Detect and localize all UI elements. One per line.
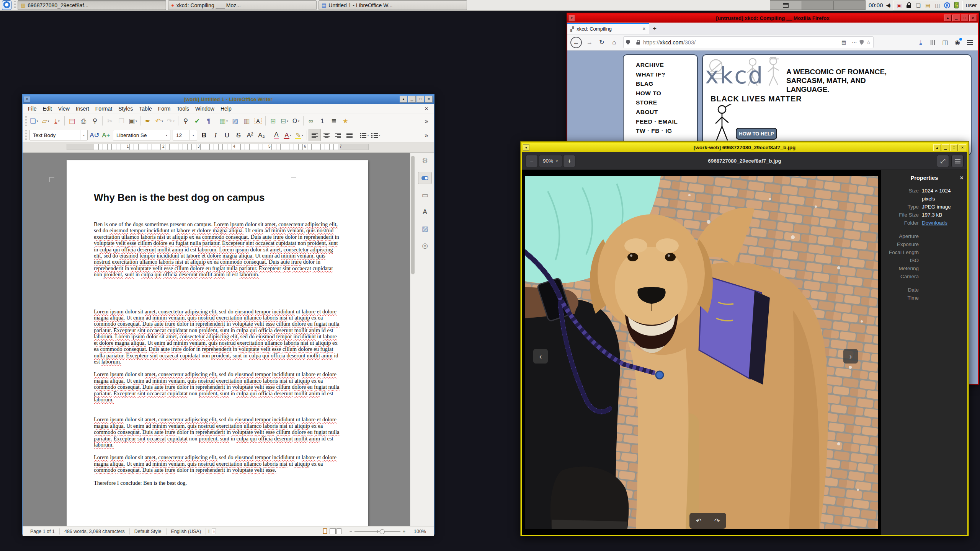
maximize-button[interactable]: □ xyxy=(961,15,969,21)
save-status-icon[interactable]: ⤓ xyxy=(212,528,216,534)
formatting-marks-button[interactable]: ¶ xyxy=(203,115,214,127)
zoom-out-icon[interactable]: − xyxy=(349,529,352,534)
forward-button[interactable]: → xyxy=(584,37,595,48)
tray-lock-icon[interactable] xyxy=(905,2,912,9)
reload-button[interactable]: ↻ xyxy=(596,37,607,48)
clear-formatting-button[interactable]: A xyxy=(271,129,282,141)
menu-item[interactable]: File xyxy=(25,104,40,113)
clone-formatting-button[interactable]: ✒ xyxy=(142,115,154,127)
xkcd-nav-link[interactable]: HOW TO xyxy=(636,89,697,98)
zoom-level[interactable]: 100% xyxy=(409,529,431,534)
strikethrough-button[interactable]: S xyxy=(233,129,244,141)
tracking-shield-icon[interactable] xyxy=(626,40,630,45)
protections-icon[interactable] xyxy=(859,40,864,45)
insert-footnote-button[interactable]: 1 xyxy=(317,115,328,127)
menu-item[interactable]: View xyxy=(55,104,73,113)
bold-button[interactable]: B xyxy=(198,129,210,141)
document-page[interactable]: Why Ben is the best dog on campus Ben is… xyxy=(67,160,368,526)
xkcd-nav-link[interactable]: STORE xyxy=(636,98,697,108)
xkcd-nav-link[interactable]: TW · FB · IG xyxy=(636,126,697,136)
menu-item[interactable]: Window xyxy=(192,104,217,113)
save-button[interactable]: ⤓ ▾ xyxy=(51,115,63,127)
word-count[interactable]: 486 words, 3,098 characters xyxy=(60,529,129,534)
shade-button[interactable]: ▲ xyxy=(933,144,941,151)
sidebar-gallery-icon[interactable]: ▨ xyxy=(418,223,431,235)
combo-dropdown-icon[interactable]: ▾ xyxy=(80,130,87,140)
export-pdf-button[interactable]: ▤ xyxy=(66,115,78,127)
previous-image-button[interactable]: ‹ xyxy=(533,349,548,364)
xkcd-logo[interactable]: xkcd xyxy=(705,62,764,89)
toolbar-overflow-button[interactable]: » xyxy=(421,115,432,127)
menu-item[interactable]: Styles xyxy=(115,104,136,113)
text-language[interactable]: English (USA) xyxy=(167,529,206,534)
photo-area[interactable]: ‹ › ↶ ↷ xyxy=(522,170,881,535)
undo-button[interactable]: ↶ ▾ xyxy=(154,115,165,127)
align-justify-button[interactable] xyxy=(344,129,355,141)
page-actions-icon[interactable]: ⋯ xyxy=(852,39,857,45)
multi-page-view-button[interactable] xyxy=(330,528,334,534)
menu-item[interactable]: Form xyxy=(155,104,174,113)
reader-view-icon[interactable]: ▤ xyxy=(841,39,846,45)
toolbar-overflow-button[interactable]: » xyxy=(421,129,432,141)
paragraph-style-combo[interactable]: Text Body ▾ xyxy=(29,130,88,140)
cut-button[interactable]: ✂ xyxy=(104,115,116,127)
shade-button[interactable]: ▲ xyxy=(400,96,407,103)
how-to-help-button[interactable]: HOW TO HELP xyxy=(736,128,777,140)
maximize-button[interactable]: □ xyxy=(950,144,958,151)
sidebar-properties-icon[interactable] xyxy=(418,172,432,184)
align-left-button[interactable] xyxy=(309,129,321,141)
find-replace-button[interactable]: ⚲ xyxy=(180,115,191,127)
rotate-right-button[interactable]: ↷ xyxy=(714,517,720,525)
workspace-3[interactable] xyxy=(834,1,865,10)
url-text[interactable]: https://xkcd.com/303/ xyxy=(643,39,839,46)
xkcd-nav-link[interactable]: FEED · EMAIL xyxy=(636,117,697,127)
close-document-button[interactable]: ✕ xyxy=(421,106,431,111)
https-lock-icon[interactable] xyxy=(636,40,640,45)
vertical-scrollbar[interactable] xyxy=(410,153,416,526)
home-button[interactable]: ⌂ xyxy=(609,37,619,48)
menu-item[interactable]: Help xyxy=(217,104,235,113)
rotate-left-button[interactable]: ↶ xyxy=(696,517,701,525)
xkcd-nav-link[interactable]: ARCHIVE xyxy=(636,60,697,70)
combo-dropdown-icon[interactable]: ▾ xyxy=(189,130,197,140)
italic-button[interactable]: I xyxy=(210,129,221,141)
insert-endnote-button[interactable]: ≣ xyxy=(328,115,340,127)
tab-close-icon[interactable]: ✕ xyxy=(642,26,646,31)
combo-dropdown-icon[interactable]: ▾ xyxy=(163,130,170,140)
scrollbar-thumb[interactable] xyxy=(411,156,415,274)
align-center-button[interactable] xyxy=(321,129,332,141)
horizontal-ruler[interactable]: 1234567 xyxy=(23,142,434,153)
align-right-button[interactable] xyxy=(332,129,344,141)
downloads-icon[interactable]: ⤓ xyxy=(915,37,926,48)
xkcd-nav-link[interactable]: BLAG xyxy=(636,79,697,89)
close-button[interactable]: ✕ xyxy=(959,144,966,151)
copy-button[interactable]: ❐ xyxy=(116,115,127,127)
menu-item[interactable]: Insert xyxy=(73,104,92,113)
minimize-button[interactable]: ▁ xyxy=(408,96,416,103)
zoom-level-dropdown[interactable]: 90% ∨ xyxy=(539,155,562,167)
maximize-button[interactable]: □ xyxy=(416,96,424,103)
new-tab-button[interactable]: + xyxy=(649,23,660,34)
insert-field-button[interactable]: ⊟ ▾ xyxy=(279,115,290,127)
insert-hyperlink-button[interactable]: ∞ xyxy=(305,115,317,127)
xkcd-nav-link[interactable]: ABOUT xyxy=(636,108,697,117)
workspace-2[interactable] xyxy=(802,1,834,10)
taskbar-window-firefox[interactable]: ● xkcd: Compiling ___ Moz... xyxy=(168,0,317,10)
close-button[interactable]: ✕ xyxy=(969,15,977,21)
zoom-in-icon[interactable]: + xyxy=(403,529,405,534)
tray-qubes-icon[interactable]: Q xyxy=(944,2,951,9)
toolbar-handle[interactable] xyxy=(25,130,27,140)
tray-network-icon[interactable]: ▣ xyxy=(896,2,903,9)
sidebars-icon[interactable]: ◫ xyxy=(940,37,951,48)
app-menu-button[interactable] xyxy=(2,0,11,10)
zoom-in-button[interactable]: + xyxy=(563,155,575,167)
viewer-titlebar[interactable]: ▾ [work-web] 6968727080_29ecef8af7_b.jpg… xyxy=(522,143,967,152)
workspace-1[interactable] xyxy=(770,1,802,10)
bookmark-star-icon[interactable]: ☆ xyxy=(866,39,871,45)
font-name-combo[interactable]: Liberation Se ▾ xyxy=(113,130,170,140)
zoom-out-button[interactable]: − xyxy=(526,155,538,167)
bullet-list-button[interactable]: ▾ xyxy=(359,129,370,141)
highlight-color-button[interactable]: ✎ ▾ xyxy=(294,129,305,141)
insert-bookmark-button[interactable]: ★ xyxy=(340,115,351,127)
window-menu-icon[interactable]: ▾ xyxy=(24,96,30,103)
